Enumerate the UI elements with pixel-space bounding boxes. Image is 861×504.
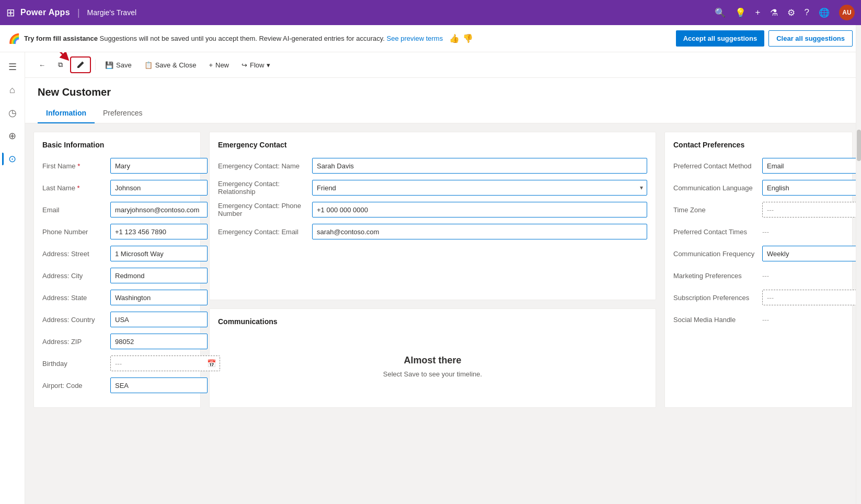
sidebar-item-home[interactable]: ⌂ [2, 79, 23, 100]
ai-banner-text: Try form fill assistance Suggestions wil… [24, 35, 443, 42]
email-label: Email [42, 206, 110, 214]
search-icon[interactable]: 🔍 [715, 7, 726, 18]
lightbulb-icon[interactable]: 💡 [735, 7, 746, 18]
flow-button[interactable]: ↪ Flow ▾ [236, 58, 275, 72]
sub-pref-label: Subscription Preferences [673, 294, 762, 302]
field-row-airport: Airport: Code [42, 377, 192, 394]
field-row-pref-method: Preferred Contact Method ▾ [673, 157, 844, 174]
ec-name-input[interactable] [312, 158, 647, 174]
edit-icon [76, 61, 85, 69]
timezone-input[interactable] [762, 202, 861, 217]
phone-label: Phone Number [42, 228, 110, 236]
toolbar-separator [95, 60, 96, 70]
sidebar-item-globe[interactable]: ⊙ [2, 148, 23, 169]
comm-lang-label: Communication Language [673, 184, 762, 192]
comm-freq-input[interactable] [762, 246, 861, 261]
new-window-button[interactable]: ⧉ [53, 58, 68, 72]
city-input[interactable] [110, 268, 208, 283]
nav-icons: 🔍 💡 + ⚗ ⚙ ? 🌐 AU [715, 5, 855, 20]
main-content: ← ⧉ [25, 52, 861, 504]
ec-rel-input[interactable] [312, 180, 647, 196]
email-input[interactable] [110, 202, 208, 217]
thumbs-down-button[interactable]: 👎 [463, 33, 473, 43]
sidebar-item-menu[interactable]: ☰ [2, 56, 23, 77]
add-icon[interactable]: + [755, 7, 761, 18]
edit-button[interactable] [70, 56, 91, 73]
sub-pref-input[interactable] [762, 290, 861, 305]
left-sidebar: ☰ ⌂ ◷ ⊕ ⊙ [0, 52, 25, 504]
airport-label: Airport: Code [42, 382, 110, 390]
almost-there-title: Almost there [226, 355, 639, 366]
ec-name-label: Emergency Contact: Name [218, 162, 312, 170]
field-row-phone: Phone Number [42, 223, 192, 240]
country-input[interactable] [110, 312, 208, 327]
ec-phone-input[interactable] [312, 202, 647, 217]
tab-information[interactable]: Information [38, 105, 95, 123]
basic-info-section: Basic Information First Name Last Name E… [33, 132, 201, 408]
thumbs-up-button[interactable]: 👍 [449, 33, 460, 43]
flow-icon: ↪ [242, 61, 247, 69]
ai-banner: 🌈 Try form fill assistance Suggestions w… [0, 25, 861, 52]
emergency-contact-section: Emergency Contact Emergency Contact: Nam… [209, 132, 656, 300]
top-nav: ⊞ Power Apps | Margie's Travel 🔍 💡 + ⚗ ⚙… [0, 0, 861, 25]
field-row-pref-times: Preferred Contact Times --- [673, 223, 844, 240]
svg-line-0 [53, 52, 66, 58]
waffle-icon[interactable]: ⊞ [6, 6, 15, 19]
preview-terms-link[interactable]: See preview terms [386, 35, 443, 42]
field-row-sub-pref: Subscription Preferences ▾ [673, 289, 844, 306]
avatar[interactable]: AU [839, 5, 855, 20]
back-button[interactable]: ← [33, 58, 51, 72]
ec-email-input[interactable] [312, 224, 647, 239]
field-row-comm-lang: Communication Language ▾ [673, 179, 844, 196]
ec-phone-label: Emergency Contact: Phone Number [218, 202, 312, 217]
pref-method-label: Preferred Contact Method [673, 162, 762, 170]
accept-all-button[interactable]: Accept all suggestions [676, 30, 765, 47]
zip-label: Address: ZIP [42, 338, 110, 346]
field-row-marketing-pref: Marketing Preferences --- [673, 267, 844, 284]
calendar-icon[interactable]: 📅 [207, 359, 216, 368]
field-row-lastname: Last Name [42, 179, 192, 196]
save-close-button[interactable]: 📋 Save & Close [139, 58, 202, 72]
pref-times-value: --- [762, 228, 769, 236]
contact-prefs-section: Contact Preferences Preferred Contact Me… [664, 132, 853, 408]
street-label: Address: Street [42, 250, 110, 258]
clear-all-button[interactable]: Clear all suggestions [768, 30, 853, 47]
ai-logo-icon: 🌈 [8, 33, 20, 44]
app-layout: ☰ ⌂ ◷ ⊕ ⊙ ← ⧉ [0, 52, 861, 504]
help-icon[interactable]: ? [805, 7, 809, 18]
settings-icon[interactable]: ⚙ [787, 7, 795, 18]
save-button[interactable]: 💾 Save [100, 58, 137, 72]
timezone-wrapper: ▾ [762, 202, 861, 217]
birthday-label: Birthday [42, 360, 110, 368]
profile-icon[interactable]: 🌐 [819, 7, 830, 18]
airport-input[interactable] [110, 377, 208, 393]
field-row-ec-rel: Emergency Contact: Relationship ▾ [218, 179, 647, 196]
field-row-country: Address: Country [42, 311, 192, 328]
phone-input[interactable] [110, 224, 208, 239]
page-title: Margie's Travel [87, 8, 136, 17]
birthday-input[interactable] [110, 356, 220, 371]
tabs: Information Preferences [38, 105, 848, 123]
tab-preferences[interactable]: Preferences [95, 105, 151, 123]
new-record-button[interactable]: + New [203, 58, 234, 72]
sidebar-item-clock[interactable]: ◷ [2, 102, 23, 123]
app-name: Power Apps [20, 8, 70, 17]
lastname-input[interactable] [110, 180, 208, 196]
state-input[interactable] [110, 290, 208, 305]
timezone-label: Time Zone [673, 206, 762, 214]
middle-col: Emergency Contact Emergency Contact: Nam… [209, 132, 656, 408]
marketing-pref-value: --- [762, 272, 769, 280]
firstname-input[interactable] [110, 158, 208, 174]
pref-times-label: Preferred Contact Times [673, 228, 762, 236]
comm-lang-input[interactable] [762, 180, 861, 196]
filter-icon[interactable]: ⚗ [770, 7, 778, 18]
field-row-social: Social Media Handle --- [673, 311, 844, 328]
marketing-pref-label: Marketing Preferences [673, 272, 762, 280]
pref-method-input[interactable] [762, 158, 861, 174]
ec-email-label: Emergency Contact: Email [218, 228, 312, 236]
zip-input[interactable] [110, 334, 208, 349]
scrollbar[interactable] [856, 25, 861, 504]
street-input[interactable] [110, 246, 208, 261]
social-label: Social Media Handle [673, 316, 762, 324]
sidebar-item-pin[interactable]: ⊕ [2, 125, 23, 146]
